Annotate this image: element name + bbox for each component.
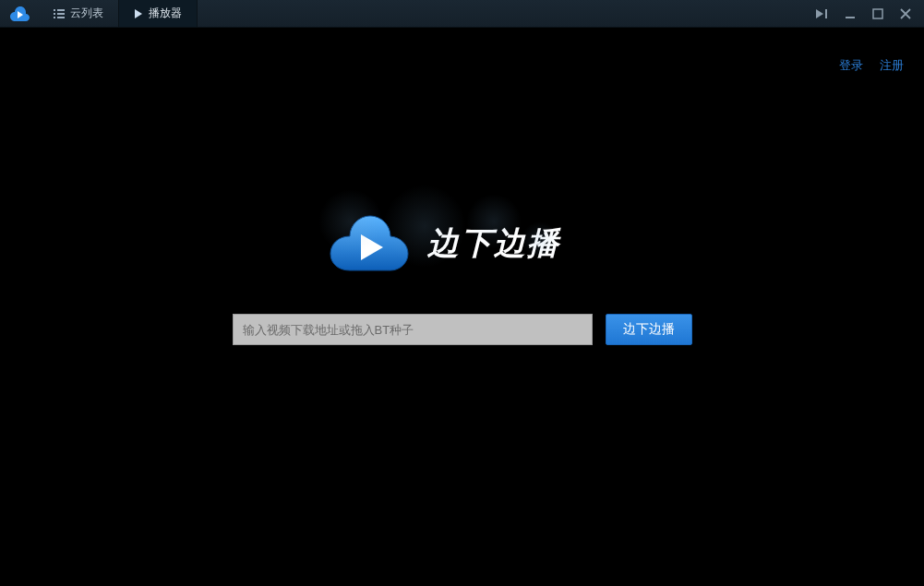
tab-cloud-list-label: 云列表 (70, 6, 103, 21)
list-icon (54, 9, 65, 18)
bokeh-decoration (522, 221, 558, 258)
svg-rect-1 (873, 9, 882, 18)
video-url-input[interactable] (233, 314, 593, 345)
maximize-button[interactable] (870, 6, 885, 21)
bokeh-decoration (383, 185, 466, 268)
tab-cloud-list[interactable]: 云列表 (39, 0, 119, 27)
pin-button[interactable] (815, 6, 830, 21)
close-button[interactable] (898, 6, 913, 21)
titlebar: 云列表 播放器 (0, 0, 924, 28)
login-link[interactable]: 登录 (839, 57, 863, 74)
tab-player[interactable]: 播放器 (119, 0, 198, 27)
register-link[interactable]: 注册 (880, 57, 904, 74)
window-controls (804, 0, 924, 27)
play-icon (134, 9, 143, 18)
bokeh-decoration (466, 194, 522, 249)
svg-rect-0 (846, 17, 855, 18)
app-logo-icon (0, 0, 39, 27)
hero-block: 边下边播 边下边播 (222, 212, 702, 345)
play-download-button[interactable]: 边下边播 (606, 314, 692, 345)
logo-area: 边下边播 (328, 212, 560, 275)
url-input-row: 边下边播 (222, 314, 702, 345)
titlebar-drag-area[interactable] (198, 0, 804, 27)
minimize-button[interactable] (843, 6, 858, 21)
player-content: 登录 注册 边下边播 (0, 28, 924, 586)
auth-links: 登录 注册 (839, 57, 904, 74)
tab-player-label: 播放器 (149, 6, 182, 21)
bokeh-decoration (318, 189, 383, 254)
